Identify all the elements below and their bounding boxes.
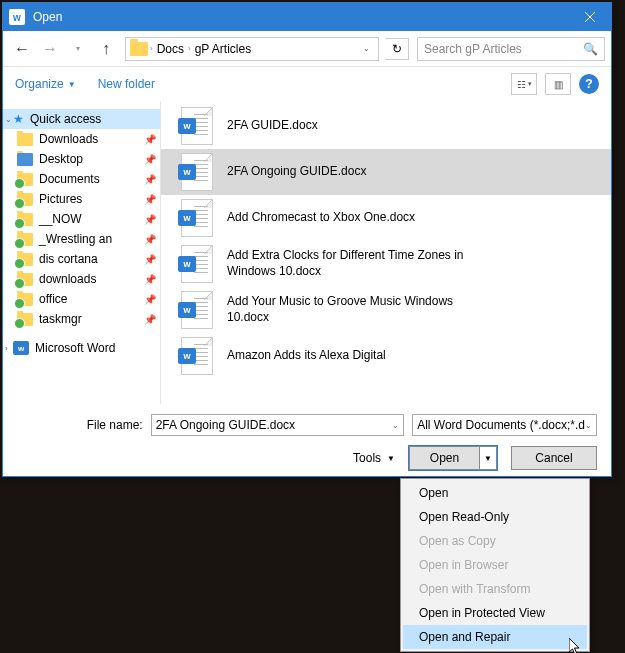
organize-button[interactable]: Organize▼: [15, 77, 76, 91]
sidebar-item[interactable]: __NOW📌: [3, 209, 160, 229]
file-item[interactable]: w2FA Ongoing GUIDE.docx: [161, 149, 611, 195]
search-input[interactable]: Search gP Articles 🔍: [417, 37, 605, 61]
recent-dropdown[interactable]: ▾: [65, 36, 91, 62]
file-name: Amazon Adds its Alexa Digital: [227, 348, 386, 364]
file-item[interactable]: wAmazon Adds its Alexa Digital: [161, 333, 611, 379]
sidebar-item-label: Desktop: [39, 152, 83, 166]
word-document-icon: w: [181, 245, 213, 283]
folder-icon: [17, 153, 33, 166]
open-button[interactable]: Open: [410, 447, 480, 469]
sidebar-item-label: taskmgr: [39, 312, 82, 326]
open-dialog: w Open ← → ▾ ↑ › Docs › gP Articles ⌄ ↻ …: [2, 2, 612, 477]
pin-icon: 📌: [144, 254, 156, 265]
file-item[interactable]: wAdd Chromecast to Xbox One.docx: [161, 195, 611, 241]
open-split-button: Open ▼: [409, 446, 497, 470]
navigation-bar: ← → ▾ ↑ › Docs › gP Articles ⌄ ↻ Search …: [3, 31, 611, 67]
pin-icon: 📌: [144, 214, 156, 225]
navigation-sidebar: ⌄ ★ Quick access Downloads📌Desktop📌Docum…: [3, 101, 161, 404]
filename-input[interactable]: 2FA Ongoing GUIDE.docx ⌄: [151, 414, 404, 436]
word-document-icon: w: [181, 107, 213, 145]
file-name: Add Chromecast to Xbox One.docx: [227, 210, 415, 226]
file-name: Add Your Music to Groove Music Windows 1…: [227, 294, 487, 325]
pin-icon: 📌: [144, 174, 156, 185]
sidebar-item-quick-access[interactable]: ⌄ ★ Quick access: [3, 109, 160, 129]
folder-icon: [17, 193, 33, 206]
preview-pane-button[interactable]: ▥: [545, 73, 571, 95]
file-list[interactable]: w2FA GUIDE.docxw2FA Ongoing GUIDE.docxwA…: [161, 101, 611, 404]
sidebar-item-label: __NOW: [39, 212, 82, 226]
folder-icon: [17, 213, 33, 226]
folder-icon: [17, 313, 33, 326]
chevron-right-icon: ›: [5, 344, 8, 353]
word-document-icon: w: [181, 337, 213, 375]
folder-icon: [17, 273, 33, 286]
title-bar: w Open: [3, 3, 611, 31]
pin-icon: 📌: [144, 194, 156, 205]
pin-icon: 📌: [144, 154, 156, 165]
address-bar[interactable]: › Docs › gP Articles ⌄: [125, 37, 379, 61]
word-app-icon: w: [9, 9, 25, 25]
folder-icon: [17, 173, 33, 186]
open-dropdown-menu: OpenOpen Read-OnlyOpen as CopyOpen in Br…: [400, 478, 590, 652]
forward-button[interactable]: →: [37, 36, 63, 62]
sidebar-item-label: office: [39, 292, 67, 306]
sidebar-item-word[interactable]: › w Microsoft Word: [3, 335, 160, 358]
folder-icon: [130, 42, 148, 56]
menu-item[interactable]: Open Read-Only: [403, 505, 587, 529]
word-icon: w: [13, 341, 29, 355]
sidebar-item-label: Quick access: [30, 112, 101, 126]
menu-item[interactable]: Open in Protected View: [403, 601, 587, 625]
back-button[interactable]: ←: [9, 36, 35, 62]
folder-icon: [17, 293, 33, 306]
command-bar: Organize▼ New folder ☷ ▥ ?: [3, 67, 611, 101]
star-icon: ★: [13, 112, 24, 126]
file-type-select[interactable]: All Word Documents (*.docx;*.d ⌄: [412, 414, 597, 436]
tools-button[interactable]: Tools▼: [353, 451, 395, 465]
sidebar-item[interactable]: taskmgr📌: [3, 309, 160, 329]
sidebar-item[interactable]: Documents📌: [3, 169, 160, 189]
sidebar-item[interactable]: dis cortana📌: [3, 249, 160, 269]
sidebar-item[interactable]: office📌: [3, 289, 160, 309]
menu-item: Open as Copy: [403, 529, 587, 553]
filename-label: File name:: [3, 418, 151, 432]
chevron-down-icon: ⌄: [585, 421, 592, 430]
menu-item[interactable]: Open and Repair: [403, 625, 587, 649]
chevron-down-icon[interactable]: ⌄: [392, 421, 399, 430]
open-dropdown-button[interactable]: ▼: [480, 447, 496, 469]
dialog-footer: File name: 2FA Ongoing GUIDE.docx ⌄ All …: [3, 404, 611, 480]
cancel-button[interactable]: Cancel: [511, 446, 597, 470]
sidebar-item-label: Pictures: [39, 192, 82, 206]
file-item[interactable]: wAdd Extra Clocks for Different Time Zon…: [161, 241, 611, 287]
close-button[interactable]: [569, 3, 611, 31]
folder-icon: [17, 253, 33, 266]
sidebar-item-label: _Wrestling an: [39, 232, 112, 246]
breadcrumb-segment[interactable]: Docs: [153, 42, 188, 56]
pin-icon: 📌: [144, 234, 156, 245]
sidebar-item[interactable]: Downloads📌: [3, 129, 160, 149]
refresh-button[interactable]: ↻: [385, 38, 409, 60]
search-placeholder: Search gP Articles: [424, 42, 522, 56]
word-document-icon: w: [181, 153, 213, 191]
file-name: Add Extra Clocks for Different Time Zone…: [227, 248, 487, 279]
menu-item[interactable]: Open: [403, 481, 587, 505]
sidebar-item[interactable]: Desktop📌: [3, 149, 160, 169]
sidebar-item[interactable]: _Wrestling an📌: [3, 229, 160, 249]
file-item[interactable]: wAdd Your Music to Groove Music Windows …: [161, 287, 611, 333]
up-button[interactable]: ↑: [93, 36, 119, 62]
sidebar-item[interactable]: downloads📌: [3, 269, 160, 289]
pin-icon: 📌: [144, 314, 156, 325]
menu-item: Open in Browser: [403, 553, 587, 577]
breadcrumb-segment[interactable]: gP Articles: [191, 42, 255, 56]
sidebar-item-label: Downloads: [39, 132, 98, 146]
search-icon: 🔍: [583, 42, 598, 56]
sidebar-item-label: downloads: [39, 272, 96, 286]
new-folder-button[interactable]: New folder: [98, 77, 155, 91]
file-item[interactable]: w2FA GUIDE.docx: [161, 103, 611, 149]
sidebar-item[interactable]: Pictures📌: [3, 189, 160, 209]
pin-icon: 📌: [144, 134, 156, 145]
menu-item: Open with Transform: [403, 577, 587, 601]
sidebar-item-label: dis cortana: [39, 252, 98, 266]
view-options-button[interactable]: ☷: [511, 73, 537, 95]
help-button[interactable]: ?: [579, 74, 599, 94]
address-dropdown-icon[interactable]: ⌄: [359, 44, 374, 53]
